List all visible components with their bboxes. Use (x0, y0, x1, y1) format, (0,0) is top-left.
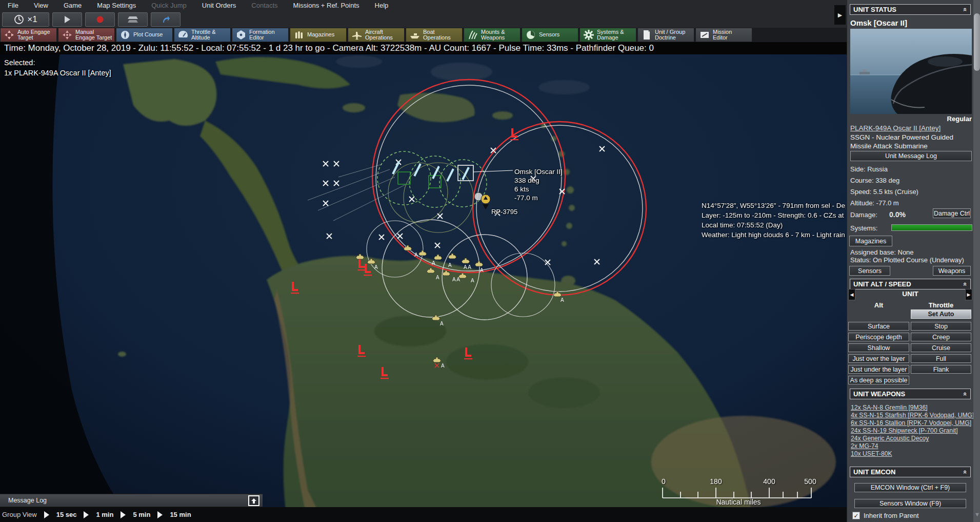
weapons-sidebar-button[interactable]: Weapons (933, 266, 971, 276)
menu-view[interactable]: View (26, 0, 56, 11)
unit-status-header[interactable]: UNIT STATUS « (850, 4, 971, 15)
unit-weapons-header[interactable]: UNIT WEAPONS « (850, 389, 971, 399)
step-1min-button[interactable]: 1 min (96, 511, 113, 518)
weapon-link[interactable]: 24x SS-N-19 Shipwreck [P-700 Granit] (851, 427, 958, 434)
button-label: Sensors (539, 32, 559, 38)
alt-over-layer-button[interactable]: Just over the layer (848, 354, 909, 363)
throttle-flank-button[interactable]: Flank (911, 365, 971, 374)
unit-photo (850, 29, 972, 114)
unit-group-doctrine-button[interactable]: Unit / GroupDoctrine (637, 28, 694, 42)
unit-message-log-button[interactable]: Unit Message Log (850, 151, 972, 161)
unit-alt-speed-header[interactable]: UNIT ALT / SPEED « (850, 279, 971, 289)
message-log-bar[interactable]: Message Log (0, 494, 263, 507)
cursor-info-line: Local time: 07:55:52 (Day) (702, 220, 846, 230)
scale-ticks (662, 486, 815, 499)
throttle-stop-button[interactable]: Stop (911, 322, 971, 331)
unit-class-link[interactable]: PLARK-949A Oscar II [Antey] (850, 124, 941, 132)
sensors-window-button[interactable]: Sensors Window (F9) (854, 499, 966, 508)
formation-editor-button[interactable]: FormationEditor (232, 28, 289, 42)
inherit-from-parent-checkbox[interactable]: ✓ (852, 512, 860, 519)
engage-target-icon (62, 29, 73, 41)
alt-column-label: Alt (848, 301, 909, 309)
mounts-weapons-button[interactable]: Mounts &Weapons (464, 28, 521, 42)
expand-message-log-button[interactable] (248, 495, 259, 506)
svg-text:A: A (441, 363, 445, 369)
menu-help[interactable]: Help (367, 0, 396, 11)
mission-editor-icon (699, 29, 710, 41)
step-15min-button[interactable]: 15 min (170, 511, 191, 518)
weapon-link[interactable]: 6x SS-N-16 Stallion [RPK-7 Vodopei, UMG] (851, 419, 971, 427)
scale-tick-label: 0 (662, 477, 666, 486)
step-15sec-button[interactable]: 15 sec (56, 511, 77, 518)
weapon-link[interactable]: 24x Generic Acoustic Decoy (851, 435, 929, 442)
jump-back-button[interactable] (151, 12, 181, 27)
unit-side: Side: Russia (850, 165, 888, 173)
weapon-link[interactable]: 12x SA-N-8 Gremlin [9M36] (851, 404, 928, 411)
scale-tick-label: 400 (763, 477, 775, 486)
aircraft-operations-button[interactable]: AircraftOperations (348, 28, 405, 42)
weapon-link[interactable]: 2x MG-74 (851, 442, 878, 450)
record-button[interactable] (85, 12, 115, 27)
map-layers-button[interactable] (118, 12, 148, 27)
alt-deep-button[interactable]: As deep as possible (848, 376, 909, 384)
sidebar-collapse-button[interactable]: ▶ (834, 5, 846, 25)
formation-icon (235, 29, 247, 41)
auto-engage-target-button[interactable]: Auto EngageTarget (0, 28, 57, 42)
scrollbar-down-arrow[interactable]: ▼ (974, 511, 980, 517)
systems-damage-button[interactable]: Systems &Damage (579, 28, 636, 42)
mission-editor-button[interactable]: MissionEditor (695, 28, 752, 42)
unit-description: SSGN - Nuclear Powered Guided Missile At… (850, 133, 972, 150)
group-view-button[interactable]: Group View (2, 511, 37, 518)
play-icon (63, 15, 71, 24)
button-label: Operations (423, 35, 451, 41)
sensors-sidebar-button[interactable]: Sensors (849, 266, 890, 276)
set-auto-button[interactable]: Set Auto (911, 310, 971, 319)
button-label: Magazines (307, 32, 334, 38)
manual-engage-target-button[interactable]: ManualEngage Target (58, 28, 115, 42)
menu-unit-orders[interactable]: Unit Orders (194, 0, 244, 11)
throttle-altitude-button[interactable]: Throttle &Altitude (174, 28, 231, 42)
alt-periscope-button[interactable]: Periscope depth (848, 333, 909, 341)
prev-scope-button[interactable]: ◀ (848, 289, 855, 300)
time-status-bar: Time: Monday, October 28, 2019 - Zulu: 1… (0, 42, 847, 54)
menu-map-settings[interactable]: Map Settings (89, 0, 144, 11)
magazines-sidebar-button[interactable]: Magazines (849, 236, 892, 246)
throttle-full-button[interactable]: Full (911, 354, 971, 363)
damage-ctrl-button[interactable]: Damage Ctrl (933, 208, 971, 218)
step-5min-button[interactable]: 5 min (133, 511, 150, 518)
menu-game[interactable]: Game (56, 0, 89, 11)
plot-course-button[interactable]: Plot Course (116, 28, 173, 42)
weapon-link[interactable]: 10x USET-80K (851, 450, 892, 457)
panel-title: UNIT WEAPONS (853, 390, 905, 398)
time-compression-value: ×1 (27, 14, 37, 25)
svg-text:A: A (436, 275, 439, 280)
damage-label: Damage: (850, 211, 877, 219)
scale-caption: Nautical miles (716, 498, 761, 506)
sidebar-scrollbar[interactable]: ▼ (973, 0, 980, 522)
scrollbar-thumb[interactable] (974, 13, 980, 71)
weapon-link[interactable]: 4x SS-N-15 Starfish [RPK-6 Vodopad, UMG] (851, 412, 974, 419)
alt-surface-button[interactable]: Surface (848, 322, 909, 331)
menu-missions-ref-points[interactable]: Missions + Ref. Points (286, 0, 367, 11)
map-canvas[interactable]: AAA A AAA A AAA AAA (0, 0, 980, 522)
alt-under-layer-button[interactable]: Just under the layer (848, 365, 909, 374)
throttle-creep-button[interactable]: Creep (911, 333, 971, 341)
menu-contacts: Contacts (244, 0, 285, 11)
play-button[interactable] (52, 12, 82, 27)
svg-text:A A: A A (452, 277, 460, 282)
menu-file[interactable]: File (0, 0, 26, 11)
button-label: Damage (597, 35, 624, 41)
systems-health-bar (891, 224, 972, 231)
sensors-button[interactable]: Sensors (522, 28, 578, 42)
time-compression-button[interactable]: ×1 (2, 12, 49, 27)
boat-operations-button[interactable]: BoatOperations (406, 28, 463, 42)
emcon-window-button[interactable]: EMCON Window (Ctrl + F9) (854, 483, 966, 492)
throttle-cruise-button[interactable]: Cruise (911, 343, 971, 352)
reference-point-label[interactable]: RP-3795 (491, 208, 517, 216)
next-scope-button[interactable]: ▶ (965, 289, 972, 300)
button-label: Doctrine (655, 35, 685, 41)
magazines-button[interactable]: Magazines (290, 28, 347, 42)
unit-emcon-header[interactable]: UNIT EMCON « (850, 467, 971, 477)
clock-icon (14, 14, 24, 25)
alt-shallow-button[interactable]: Shallow (848, 343, 909, 352)
